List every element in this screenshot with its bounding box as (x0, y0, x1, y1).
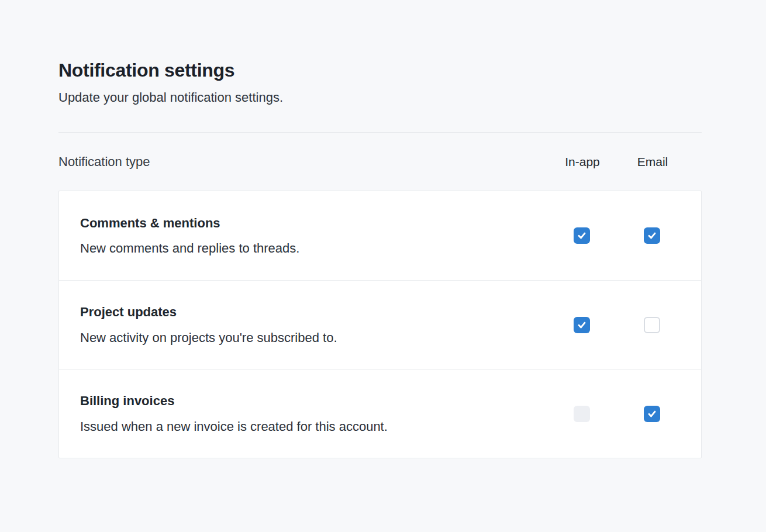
check-icon (646, 230, 658, 241)
row-text: Project updates New activity on projects… (80, 304, 547, 346)
checkbox-email[interactable] (644, 227, 660, 244)
check-icon (576, 230, 588, 241)
row-description: New comments and replies to threads. (80, 240, 535, 257)
row-text: Billing invoices Issued when a new invoi… (80, 393, 547, 434)
checkbox-inapp[interactable] (574, 227, 590, 244)
table-header-row: Notification type In-app Email (58, 133, 702, 191)
row-description: New activity on projects you're subscrib… (80, 330, 535, 346)
row-title: Comments & mentions (80, 215, 535, 232)
row-description: Issued when a new invoice is created for… (80, 419, 535, 435)
checkbox-email[interactable] (644, 317, 660, 333)
column-header-email: Email (617, 155, 688, 169)
checkbox-inapp[interactable] (574, 317, 590, 333)
column-header-inapp: In-app (547, 155, 617, 169)
row-title: Project updates (80, 304, 535, 320)
table-row: Billing invoices Issued when a new invoi… (59, 369, 701, 458)
column-header-notification-type: Notification type (58, 154, 547, 170)
row-title: Billing invoices (80, 393, 535, 409)
check-icon (576, 319, 588, 331)
checkbox-email[interactable] (644, 406, 660, 422)
table-row: Project updates New activity on projects… (59, 280, 701, 369)
check-icon (646, 408, 658, 420)
table-row: Comments & mentions New comments and rep… (59, 191, 701, 280)
notification-settings-card: Comments & mentions New comments and rep… (58, 191, 702, 458)
page-title: Notification settings (58, 60, 702, 81)
row-text: Comments & mentions New comments and rep… (80, 215, 547, 257)
checkbox-inapp (574, 406, 590, 422)
notification-settings-page: Notification settings Update your global… (58, 0, 702, 458)
page-subtitle: Update your global notification settings… (58, 90, 702, 105)
